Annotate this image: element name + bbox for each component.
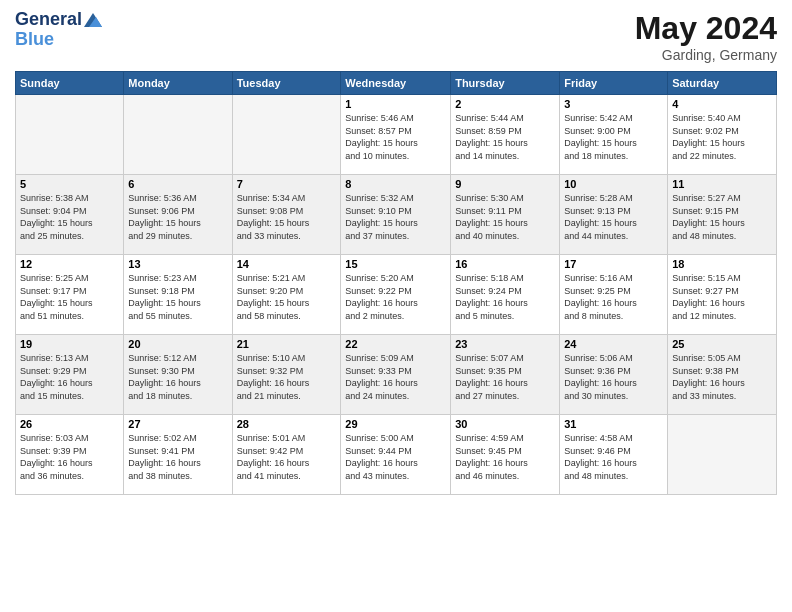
calendar-day-cell: 16Sunrise: 5:18 AMSunset: 9:24 PMDayligh… [451, 255, 560, 335]
day-info: Sunrise: 5:06 AMSunset: 9:36 PMDaylight:… [564, 352, 663, 402]
calendar-day-cell: 10Sunrise: 5:28 AMSunset: 9:13 PMDayligh… [560, 175, 668, 255]
calendar-day-cell: 21Sunrise: 5:10 AMSunset: 9:32 PMDayligh… [232, 335, 341, 415]
day-number: 5 [20, 178, 119, 190]
day-info: Sunrise: 5:21 AMSunset: 9:20 PMDaylight:… [237, 272, 337, 322]
day-info: Sunrise: 5:09 AMSunset: 9:33 PMDaylight:… [345, 352, 446, 402]
day-number: 11 [672, 178, 772, 190]
day-info: Sunrise: 5:46 AMSunset: 8:57 PMDaylight:… [345, 112, 446, 162]
day-info: Sunrise: 5:32 AMSunset: 9:10 PMDaylight:… [345, 192, 446, 242]
day-number: 21 [237, 338, 337, 350]
day-number: 1 [345, 98, 446, 110]
calendar-day-cell [124, 95, 232, 175]
day-number: 15 [345, 258, 446, 270]
day-of-week-header: Friday [560, 72, 668, 95]
calendar-day-cell: 26Sunrise: 5:03 AMSunset: 9:39 PMDayligh… [16, 415, 124, 495]
calendar-table: SundayMondayTuesdayWednesdayThursdayFrid… [15, 71, 777, 495]
logo-text-blue: Blue [15, 30, 54, 50]
day-number: 29 [345, 418, 446, 430]
day-number: 13 [128, 258, 227, 270]
day-info: Sunrise: 5:15 AMSunset: 9:27 PMDaylight:… [672, 272, 772, 322]
calendar-week-row: 26Sunrise: 5:03 AMSunset: 9:39 PMDayligh… [16, 415, 777, 495]
day-number: 8 [345, 178, 446, 190]
day-info: Sunrise: 5:44 AMSunset: 8:59 PMDaylight:… [455, 112, 555, 162]
day-info: Sunrise: 5:05 AMSunset: 9:38 PMDaylight:… [672, 352, 772, 402]
day-number: 31 [564, 418, 663, 430]
day-number: 14 [237, 258, 337, 270]
day-number: 2 [455, 98, 555, 110]
calendar-week-row: 1Sunrise: 5:46 AMSunset: 8:57 PMDaylight… [16, 95, 777, 175]
calendar-day-cell: 11Sunrise: 5:27 AMSunset: 9:15 PMDayligh… [668, 175, 777, 255]
calendar-day-cell: 15Sunrise: 5:20 AMSunset: 9:22 PMDayligh… [341, 255, 451, 335]
day-of-week-header: Sunday [16, 72, 124, 95]
day-number: 6 [128, 178, 227, 190]
calendar-day-cell: 29Sunrise: 5:00 AMSunset: 9:44 PMDayligh… [341, 415, 451, 495]
day-info: Sunrise: 4:58 AMSunset: 9:46 PMDaylight:… [564, 432, 663, 482]
day-info: Sunrise: 5:03 AMSunset: 9:39 PMDaylight:… [20, 432, 119, 482]
day-info: Sunrise: 5:28 AMSunset: 9:13 PMDaylight:… [564, 192, 663, 242]
day-info: Sunrise: 5:20 AMSunset: 9:22 PMDaylight:… [345, 272, 446, 322]
calendar-day-cell: 9Sunrise: 5:30 AMSunset: 9:11 PMDaylight… [451, 175, 560, 255]
calendar-day-cell: 6Sunrise: 5:36 AMSunset: 9:06 PMDaylight… [124, 175, 232, 255]
calendar-day-cell: 19Sunrise: 5:13 AMSunset: 9:29 PMDayligh… [16, 335, 124, 415]
calendar-day-cell: 24Sunrise: 5:06 AMSunset: 9:36 PMDayligh… [560, 335, 668, 415]
calendar-week-row: 12Sunrise: 5:25 AMSunset: 9:17 PMDayligh… [16, 255, 777, 335]
calendar-day-cell: 28Sunrise: 5:01 AMSunset: 9:42 PMDayligh… [232, 415, 341, 495]
logo: General Blue [15, 10, 102, 50]
day-number: 4 [672, 98, 772, 110]
day-number: 30 [455, 418, 555, 430]
day-number: 18 [672, 258, 772, 270]
day-number: 3 [564, 98, 663, 110]
day-info: Sunrise: 5:23 AMSunset: 9:18 PMDaylight:… [128, 272, 227, 322]
day-info: Sunrise: 5:13 AMSunset: 9:29 PMDaylight:… [20, 352, 119, 402]
day-info: Sunrise: 5:18 AMSunset: 9:24 PMDaylight:… [455, 272, 555, 322]
calendar-day-cell: 25Sunrise: 5:05 AMSunset: 9:38 PMDayligh… [668, 335, 777, 415]
calendar-day-cell: 27Sunrise: 5:02 AMSunset: 9:41 PMDayligh… [124, 415, 232, 495]
day-info: Sunrise: 5:02 AMSunset: 9:41 PMDaylight:… [128, 432, 227, 482]
day-of-week-header: Wednesday [341, 72, 451, 95]
location-subtitle: Garding, Germany [635, 47, 777, 63]
day-of-week-header: Monday [124, 72, 232, 95]
day-number: 26 [20, 418, 119, 430]
day-of-week-header: Tuesday [232, 72, 341, 95]
calendar-day-cell: 18Sunrise: 5:15 AMSunset: 9:27 PMDayligh… [668, 255, 777, 335]
day-info: Sunrise: 5:12 AMSunset: 9:30 PMDaylight:… [128, 352, 227, 402]
calendar-day-cell: 13Sunrise: 5:23 AMSunset: 9:18 PMDayligh… [124, 255, 232, 335]
calendar-header-row: SundayMondayTuesdayWednesdayThursdayFrid… [16, 72, 777, 95]
day-of-week-header: Thursday [451, 72, 560, 95]
day-info: Sunrise: 5:42 AMSunset: 9:00 PMDaylight:… [564, 112, 663, 162]
day-info: Sunrise: 5:25 AMSunset: 9:17 PMDaylight:… [20, 272, 119, 322]
day-number: 10 [564, 178, 663, 190]
calendar-day-cell: 17Sunrise: 5:16 AMSunset: 9:25 PMDayligh… [560, 255, 668, 335]
calendar-day-cell: 7Sunrise: 5:34 AMSunset: 9:08 PMDaylight… [232, 175, 341, 255]
logo-text-general: General [15, 10, 82, 30]
day-number: 7 [237, 178, 337, 190]
day-info: Sunrise: 5:34 AMSunset: 9:08 PMDaylight:… [237, 192, 337, 242]
day-info: Sunrise: 5:38 AMSunset: 9:04 PMDaylight:… [20, 192, 119, 242]
calendar-body: 1Sunrise: 5:46 AMSunset: 8:57 PMDaylight… [16, 95, 777, 495]
calendar-day-cell: 23Sunrise: 5:07 AMSunset: 9:35 PMDayligh… [451, 335, 560, 415]
day-number: 17 [564, 258, 663, 270]
day-info: Sunrise: 5:40 AMSunset: 9:02 PMDaylight:… [672, 112, 772, 162]
day-info: Sunrise: 5:30 AMSunset: 9:11 PMDaylight:… [455, 192, 555, 242]
calendar-day-cell [232, 95, 341, 175]
day-number: 12 [20, 258, 119, 270]
day-number: 19 [20, 338, 119, 350]
calendar-day-cell [16, 95, 124, 175]
calendar-day-cell: 1Sunrise: 5:46 AMSunset: 8:57 PMDaylight… [341, 95, 451, 175]
day-info: Sunrise: 5:10 AMSunset: 9:32 PMDaylight:… [237, 352, 337, 402]
calendar-day-cell: 14Sunrise: 5:21 AMSunset: 9:20 PMDayligh… [232, 255, 341, 335]
day-info: Sunrise: 5:07 AMSunset: 9:35 PMDaylight:… [455, 352, 555, 402]
logo-icon [84, 13, 102, 27]
calendar-day-cell: 12Sunrise: 5:25 AMSunset: 9:17 PMDayligh… [16, 255, 124, 335]
calendar-day-cell: 22Sunrise: 5:09 AMSunset: 9:33 PMDayligh… [341, 335, 451, 415]
day-of-week-header: Saturday [668, 72, 777, 95]
header: General Blue May 2024 Garding, Germany [15, 10, 777, 63]
main-container: General Blue May 2024 Garding, Germany S… [0, 0, 792, 505]
day-number: 20 [128, 338, 227, 350]
calendar-day-cell: 20Sunrise: 5:12 AMSunset: 9:30 PMDayligh… [124, 335, 232, 415]
day-number: 23 [455, 338, 555, 350]
day-info: Sunrise: 5:16 AMSunset: 9:25 PMDaylight:… [564, 272, 663, 322]
day-number: 22 [345, 338, 446, 350]
calendar-day-cell: 5Sunrise: 5:38 AMSunset: 9:04 PMDaylight… [16, 175, 124, 255]
calendar-day-cell: 3Sunrise: 5:42 AMSunset: 9:00 PMDaylight… [560, 95, 668, 175]
